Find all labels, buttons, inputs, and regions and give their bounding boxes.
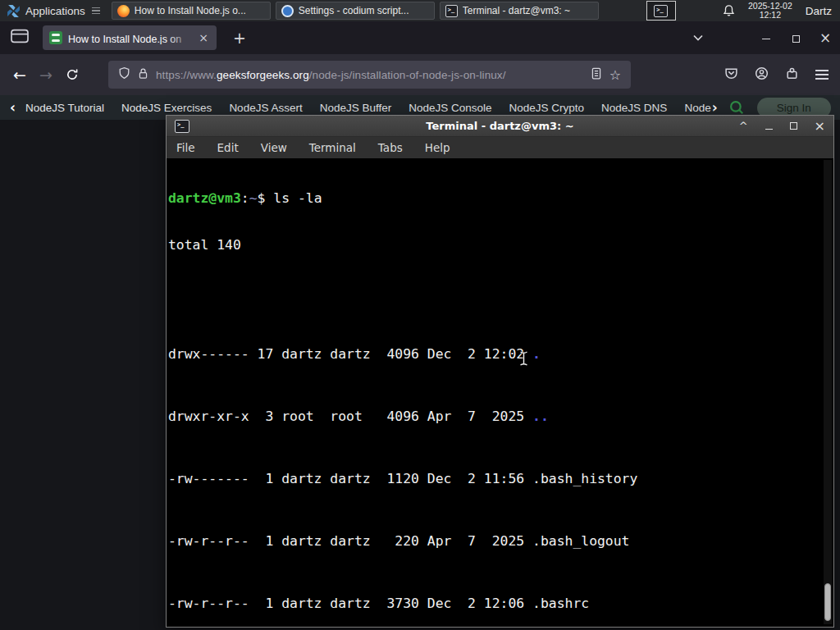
prompt-user-host: dartz@vm3 [168,190,241,206]
taskbar-window-label: How to Install Node.js o... [135,5,246,16]
panel-status-area: 2025-12-02 12:12 Dartz [723,2,840,21]
site-nav-link[interactable]: NodeJS Tutorial [25,102,104,114]
site-nav-link[interactable]: NodeJS Assert [229,102,302,114]
file-name: .bash_logout [532,533,629,549]
tab-close-icon[interactable]: × [197,32,210,43]
menu-lines-icon [92,6,100,16]
terminal-menu-item[interactable]: Tabs [378,141,403,154]
window-app-icon [281,5,294,17]
applications-menu-button[interactable]: Applications [0,0,107,21]
url-text[interactable]: https://www.geeksforgeeks.org/node-js/in… [156,69,583,81]
terminal-listing-line: -rw-r--r-- 1 dartz dartz 220 Apr 7 2025 … [168,533,832,549]
file-name: .. [532,409,549,424]
terminal-menu-bar: File Edit View Terminal Tabs Help [167,137,833,158]
terminal-title-bar[interactable]: Terminal - dartz@vm3: ~ ^ × [167,116,833,137]
terminal-scrollbar-thumb[interactable] [824,583,831,621]
ibeam-mouse-cursor [518,350,529,370]
site-nav-items: NodeJS Tutorial NodeJS Exercises NodeJS … [25,102,667,114]
site-search-icon[interactable] [728,99,745,116]
terminal-maximize-button[interactable] [790,121,797,131]
browser-toolbar: ← → https://www.geeksforgeeks.org/node-j… [0,54,840,95]
url-domain: geeksforgeeks.org [217,69,309,81]
url-scheme: https://www. [156,69,217,81]
back-button[interactable]: ← [7,62,33,88]
file-name: . [532,346,541,362]
terminal-prompt-line: dartz@vm3:~$ ls -la [168,190,832,206]
browser-tab-active[interactable]: How to Install Node.js on × [43,25,217,50]
terminal-menu-item[interactable]: Help [425,141,450,154]
terminal-listing: drwx------ 17 dartz dartz 4096 Dec 2 12:… [168,284,832,625]
browser-close-button[interactable]: × [810,31,840,45]
panel-clock[interactable]: 2025-12-02 12:12 [748,2,792,21]
prompt-command: $ ls -la [258,190,322,206]
url-bar[interactable]: https://www.geeksforgeeks.org/node-js/in… [108,61,631,89]
firefox-view-icon[interactable] [10,28,30,48]
desktop: Applications How to Install Node.js o...… [0,0,840,630]
site-nav-link[interactable]: NodeJS Crypto [509,102,585,114]
terminal-scrollbar[interactable] [824,160,832,624]
taskbar-buttons: How to Install Node.js o... Settings - c… [107,2,599,20]
tracking-shield-icon[interactable] [118,66,130,83]
site-nav-link[interactable]: NodeJS DNS [601,102,667,114]
clock-time: 12:12 [748,11,792,21]
taskbar-window-button[interactable]: Settings - codium script... [276,2,435,20]
list-all-tabs-icon[interactable] [692,30,704,45]
site-nav-link[interactable]: NodeJS Exercises [121,102,212,114]
terminal-icon [654,5,668,17]
terminal-launcher-button[interactable] [646,1,676,21]
browser-maximize-button[interactable] [781,31,810,44]
nav-scroll-right-icon[interactable]: › [712,99,718,116]
terminal-menu-item[interactable]: Edit [217,141,239,154]
terminal-menu-item[interactable]: File [176,141,195,154]
browser-minimize-button[interactable] [751,31,781,44]
taskbar-window-button[interactable]: How to Install Node.js o... [112,2,271,20]
applications-label: Applications [25,5,85,17]
notification-bell-icon[interactable] [723,4,735,17]
file-meta: drwxr-xr-x 3 root root 4096 Apr 7 2025 [168,409,532,424]
new-tab-button[interactable]: + [228,29,251,47]
terminal-shade-button[interactable]: ^ [739,121,748,131]
bookmark-star-icon[interactable]: ☆ [609,67,621,83]
site-nav-link[interactable]: NodeJS Console [409,102,491,114]
file-meta: -rw-r--r-- 1 dartz dartz 3730 Dec 2 12:0… [168,596,532,611]
browser-tab-bar: How to Install Node.js on × + × [0,21,840,54]
terminal-close-button[interactable]: × [815,121,825,132]
prompt-path: ~ [249,190,258,206]
logged-in-user-label: Dartz [806,5,832,17]
file-meta: -rw-r--r-- 1 dartz dartz 220 Apr 7 2025 [168,533,532,549]
reload-button[interactable] [59,62,85,88]
menu-hamburger-icon[interactable] [815,74,829,75]
site-nav-link[interactable]: NodeJS Buffer [320,102,392,114]
prompt-colon: : [241,190,249,206]
file-meta: drwx------ 17 dartz dartz 4096 Dec 2 12:… [168,346,532,362]
taskbar-window-button[interactable]: Terminal - dartz@vm3: ~ [440,2,599,20]
terminal-menu-item[interactable]: View [261,141,287,154]
geeksforgeeks-favicon [49,31,62,44]
window-app-icon [117,5,130,17]
file-meta: -rw------- 1 dartz dartz 1120 Dec 2 11:5… [168,471,532,486]
terminal-minimize-button[interactable] [765,121,773,131]
terminal-window: Terminal - dartz@vm3: ~ ^ × File Edit Vi… [166,115,834,628]
terminal-output[interactable]: dartz@vm3:~$ ls -la total 140 drwx------… [168,159,832,625]
window-app-icon [445,5,458,17]
site-nav-link-truncated[interactable]: Node [684,102,710,114]
terminal-window-title: Terminal - dartz@vm3: ~ [167,120,833,132]
account-icon[interactable] [755,66,769,84]
file-name: .bashrc [532,596,589,611]
desktop-panel: Applications How to Install Node.js o...… [0,0,840,21]
lock-icon[interactable] [138,67,148,83]
nav-scroll-left-icon[interactable]: ‹ [10,99,16,116]
forward-button[interactable]: → [33,62,59,88]
url-path: /node-js/installation-of-node-js-on-linu… [309,69,506,81]
terminal-menu-item[interactable]: Terminal [309,141,356,154]
taskbar-window-label: Settings - codium script... [299,5,409,16]
distro-logo-icon [7,4,21,18]
terminal-listing-line: drwx------ 17 dartz dartz 4096 Dec 2 12:… [168,346,832,362]
extensions-puzzle-icon[interactable] [785,66,799,84]
terminal-listing-line: drwxr-xr-x 3 root root 4096 Apr 7 2025 .… [168,409,832,424]
tab-title: How to Install Node.js on [68,34,181,44]
terminal-listing-line: -rw-r--r-- 1 dartz dartz 3730 Dec 2 12:0… [168,596,832,611]
reader-mode-icon[interactable] [591,67,602,83]
pocket-icon[interactable] [724,66,738,84]
terminal-total-line: total 140 [168,237,832,253]
